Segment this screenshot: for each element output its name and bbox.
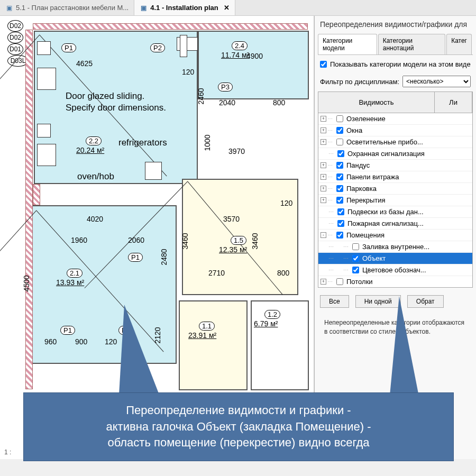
visibility-checkbox[interactable]: [352, 255, 359, 262]
visibility-checkbox[interactable]: [352, 243, 359, 250]
tree-node[interactable]: +⋯Окна: [318, 125, 472, 136]
room-num: 2.4: [232, 41, 248, 50]
tree-node[interactable]: +⋯Потолки: [318, 276, 472, 288]
expand-icon[interactable]: +: [321, 162, 326, 168]
visibility-checkbox[interactable]: [337, 150, 344, 157]
expand-icon[interactable]: +: [321, 127, 326, 133]
status-scale: 1 :: [4, 448, 11, 456]
tree-node-label: Пандус: [346, 161, 370, 169]
tree-node[interactable]: ⋯⋯Объект: [318, 253, 472, 264]
tree-node[interactable]: ⋯Охранная сигнализация: [318, 148, 472, 160]
filter-label: Фильтр по дисциплинам:: [320, 78, 399, 86]
tree-node-label: Озеленение: [346, 115, 386, 123]
dim: 1960: [71, 236, 87, 244]
tree-node[interactable]: ⋯Подвески из базы дан...: [318, 206, 472, 218]
visibility-checkbox[interactable]: [336, 162, 343, 169]
tree-node[interactable]: ⋯Пожарная сигнализац...: [318, 218, 472, 230]
tag-d01: D01: [7, 43, 23, 55]
visibility-checkbox[interactable]: [337, 208, 344, 215]
tree-node[interactable]: ⋯⋯Заливка внутренне...: [318, 241, 472, 253]
document-icon: ▣: [140, 4, 147, 12]
subtab-annotation-categories[interactable]: Категории аннотаций: [378, 34, 445, 54]
dim: 4500: [22, 275, 31, 291]
visibility-checkbox[interactable]: [336, 173, 343, 180]
dim: 2480: [160, 249, 168, 265]
tab-5-1[interactable]: ▣ 5.1 - План расстановки мебели М...: [0, 0, 134, 15]
room-num: 1.5: [231, 236, 246, 245]
tag-p3: P3: [218, 83, 233, 91]
dim: 120: [182, 68, 194, 76]
panel-subtabs: Категории модели Категории аннотаций Кат…: [318, 34, 473, 55]
tree-node-label: Потолки: [346, 278, 373, 286]
tree-node-label: Перекрытия: [346, 196, 386, 204]
expand-icon[interactable]: +: [321, 116, 326, 122]
header-visibility: Видимость: [318, 92, 435, 113]
tree-node[interactable]: ⋯⋯Цветовое обознач...: [318, 264, 472, 276]
document-icon: ▣: [5, 4, 13, 12]
expand-icon[interactable]: -: [321, 232, 326, 238]
tree-node-label: Пожарная сигнализац...: [347, 219, 424, 227]
room-num: 2.1: [67, 269, 83, 278]
tree-header: Видимость Ли: [318, 91, 473, 113]
visibility-checkbox[interactable]: [336, 232, 343, 239]
tree-node-label: Заливка внутренне...: [362, 243, 429, 251]
tree-node[interactable]: -⋯Помещения: [318, 230, 472, 241]
dim: 3570: [223, 215, 240, 223]
dim: 2120: [153, 327, 162, 343]
header-lines: Ли: [435, 92, 472, 113]
dim: 3970: [228, 147, 245, 155]
expand-icon[interactable]: +: [321, 186, 326, 191]
visibility-checkbox[interactable]: [336, 185, 343, 192]
expand-icon[interactable]: +: [321, 279, 326, 285]
tree-node[interactable]: +⋯Перекрытия: [318, 195, 472, 206]
tab-label: 5.1 - План расстановки мебели М...: [16, 4, 129, 12]
floorplan: 4625 120 4900 2460 2040 800 1000 3970 40…: [7, 20, 309, 401]
tag-p1: P1: [128, 253, 143, 262]
category-tree[interactable]: +⋯Озеленение+⋯Окна+⋯Осветительные прибо.…: [318, 113, 473, 288]
dim: 2040: [219, 98, 235, 107]
all-button[interactable]: Все: [320, 295, 349, 308]
tree-node[interactable]: +⋯Пандус: [318, 160, 472, 171]
callout-arrow: [387, 296, 418, 394]
room-num: 1.2: [264, 310, 280, 319]
visibility-checkbox[interactable]: [336, 197, 343, 204]
dim: 900: [75, 337, 87, 346]
tree-node-label: Цветовое обознач...: [362, 266, 426, 274]
dim: 2460: [197, 88, 205, 104]
tree-node-label: Объект: [362, 254, 386, 262]
dim: 1000: [203, 134, 212, 151]
visibility-checkbox[interactable]: [352, 267, 359, 273]
note-door2: Specify door dimensions.: [66, 103, 166, 113]
expand-icon[interactable]: +: [321, 174, 326, 180]
note-ovenhob: oven/hob: [77, 171, 114, 182]
tag-d02: D02: [7, 32, 23, 43]
subtab-model-categories[interactable]: Категории модели: [318, 34, 377, 54]
visibility-checkbox[interactable]: [336, 115, 343, 122]
visibility-checkbox[interactable]: [336, 127, 343, 134]
close-icon[interactable]: ✕: [224, 4, 230, 12]
tree-node[interactable]: +⋯Осветительные прибо...: [318, 136, 472, 148]
tree-node-label: Охранная сигнализация: [347, 150, 425, 158]
dim: 960: [44, 337, 57, 346]
tree-node-label: Панели витража: [346, 173, 399, 181]
room-area: 13.93 м²: [56, 278, 84, 287]
dim: 4020: [87, 215, 103, 223]
show-categories-checkbox[interactable]: [320, 61, 327, 68]
tree-node-label: Осветительные прибо...: [346, 138, 423, 146]
discipline-filter-select[interactable]: <несколько>: [402, 76, 471, 87]
tree-node[interactable]: +⋯Панели витража: [318, 171, 472, 183]
room-area: 23.91 м²: [188, 331, 216, 340]
expand-icon[interactable]: +: [321, 197, 326, 203]
tab-4-1[interactable]: ▣ 4.1 - Installation plan ✕: [134, 0, 235, 15]
callout-note: Переопределение видимости и графики - ак…: [23, 392, 454, 461]
tree-node[interactable]: +⋯Парковка: [318, 183, 472, 195]
visibility-checkbox[interactable]: [336, 278, 343, 285]
visibility-checkbox[interactable]: [336, 139, 343, 145]
room-area: 20.24 м²: [76, 146, 104, 154]
dim: 3460: [251, 233, 259, 249]
visibility-checkbox[interactable]: [337, 220, 344, 227]
tree-node[interactable]: +⋯Озеленение: [318, 113, 472, 125]
tree-node-label: Помещения: [346, 231, 385, 239]
subtab-more[interactable]: Катег: [446, 34, 472, 54]
expand-icon[interactable]: +: [321, 139, 326, 145]
